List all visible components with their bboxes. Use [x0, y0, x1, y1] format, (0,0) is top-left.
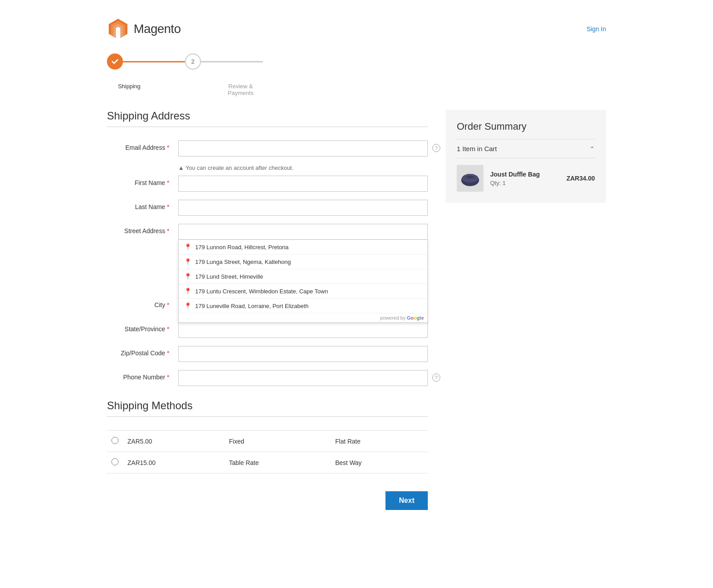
email-row: Email Address * ?: [107, 140, 428, 156]
cart-item-qty: Qty: 1: [490, 180, 560, 186]
first-name-label: First Name *: [107, 176, 178, 186]
autocomplete-item-1[interactable]: 📍 179 Lunnon Road, Hillcrest, Pretoria: [179, 240, 427, 255]
method-carrier-1: Flat Rate: [331, 431, 428, 452]
pin-icon-2: 📍: [184, 258, 192, 265]
phone-label: Phone Number *: [107, 370, 178, 381]
first-name-input[interactable]: [178, 176, 428, 192]
state-input[interactable]: [178, 322, 428, 338]
phone-row: Phone Number * ?: [107, 370, 428, 386]
sidebar: Order Summary 1 Item in Cart ⌃: [446, 110, 606, 510]
shipping-methods-title: Shipping Methods: [107, 399, 428, 412]
street-input-wrap: 📍 179 Lunnon Road, Hillcrest, Pretoria 📍…: [178, 224, 428, 240]
form-section: Shipping Address Email Address * ? ▲ You…: [107, 110, 428, 510]
step2-circle: 2: [185, 53, 201, 70]
order-summary-title: Order Summary: [457, 121, 595, 132]
step1-label: Shipping: [107, 83, 152, 96]
zip-required: *: [167, 350, 169, 357]
phone-input-wrap: ?: [178, 370, 428, 386]
method-name-2: Table Rate: [225, 452, 331, 473]
progress-bar: 2: [107, 53, 263, 70]
state-label: State/Province *: [107, 322, 178, 333]
last-name-input[interactable]: [178, 200, 428, 216]
cart-header[interactable]: 1 Item in Cart ⌃: [457, 139, 595, 158]
magento-logo-icon: [107, 18, 129, 40]
svg-point-3: [467, 175, 474, 178]
last-name-input-wrap: [178, 200, 428, 216]
logo-text: Magento: [134, 22, 180, 36]
main-content: Shipping Address Email Address * ? ▲ You…: [107, 110, 606, 510]
shipping-methods-table: ZAR5.00 Fixed Flat Rate ZAR15.00 Table R…: [107, 430, 428, 473]
shipping-address-title: Shipping Address: [107, 110, 428, 122]
autocomplete-dropdown: 📍 179 Lunnon Road, Hillcrest, Pretoria 📍…: [178, 240, 428, 323]
phone-input[interactable]: [178, 370, 428, 386]
method-radio-2[interactable]: [111, 458, 119, 465]
cart-item-price: ZAR34.00: [566, 175, 595, 182]
section-divider: [107, 127, 428, 127]
cart-item-name: Joust Duffle Bag: [490, 171, 560, 178]
cart-item: Joust Duffle Bag Qty: 1 ZAR34.00: [457, 165, 595, 192]
first-name-input-wrap: [178, 176, 428, 192]
cart-item-image: [457, 165, 484, 192]
phone-required: *: [167, 374, 169, 381]
email-label: Email Address *: [107, 140, 178, 151]
cart-item-count: 1 Item in Cart: [457, 145, 497, 152]
last-name-required: *: [167, 203, 169, 210]
state-required: *: [167, 325, 169, 333]
bag-svg: [459, 167, 481, 189]
pin-icon-4: 📍: [184, 288, 192, 295]
method-row-2: ZAR15.00 Table Rate Best Way: [107, 452, 428, 473]
method-price-2: ZAR15.00: [123, 452, 225, 473]
step1-circle: [107, 53, 123, 70]
zip-input-wrap: [178, 346, 428, 362]
header: Magento Sign In: [107, 9, 606, 53]
methods-divider: [107, 416, 428, 417]
step2-label: Review & Payments: [218, 83, 263, 96]
step-line-2: [201, 61, 263, 62]
pin-icon-1: 📍: [184, 243, 192, 251]
street-row: Street Address * 📍 179 Lunnon Road, Hill…: [107, 224, 428, 240]
email-input[interactable]: [178, 140, 428, 156]
zip-row: Zip/Postal Code *: [107, 346, 428, 362]
pin-icon-3: 📍: [184, 273, 192, 280]
last-name-row: Last Name *: [107, 200, 428, 216]
email-note: ▲ You can create an account after checko…: [178, 164, 428, 171]
sign-in-link[interactable]: Sign In: [586, 25, 606, 33]
cart-item-details: Joust Duffle Bag Qty: 1: [490, 171, 560, 186]
street-input[interactable]: [178, 224, 428, 240]
first-name-row: First Name *: [107, 176, 428, 192]
method-radio-cell-2: [107, 452, 123, 473]
method-row-1: ZAR5.00 Fixed Flat Rate: [107, 431, 428, 452]
state-row: State/Province *: [107, 322, 428, 338]
autocomplete-item-4[interactable]: 📍 179 Luntu Crescent, Wimbledon Estate, …: [179, 284, 427, 299]
zip-label: Zip/Postal Code *: [107, 346, 178, 357]
zip-input[interactable]: [178, 346, 428, 362]
first-name-required: *: [167, 179, 169, 186]
method-name-1: Fixed: [225, 431, 331, 452]
last-name-label: Last Name *: [107, 200, 178, 210]
phone-hint-icon[interactable]: ?: [432, 374, 440, 382]
email-hint-icon[interactable]: ?: [432, 144, 440, 152]
autocomplete-item-3[interactable]: 📍 179 Lund Street, Himeville: [179, 269, 427, 284]
cart-chevron-icon: ⌃: [590, 145, 595, 152]
city-required: *: [167, 301, 169, 308]
state-input-wrap: [178, 322, 428, 338]
street-required: *: [167, 227, 169, 234]
method-price-1: ZAR5.00: [123, 431, 225, 452]
steps-labels: Shipping Review & Payments: [107, 83, 263, 96]
order-summary: Order Summary 1 Item in Cart ⌃: [446, 110, 606, 203]
next-button-wrap: Next: [107, 482, 428, 510]
method-radio-1[interactable]: [111, 437, 119, 444]
street-label: Street Address *: [107, 224, 178, 234]
next-button[interactable]: Next: [385, 491, 428, 510]
step-line-1: [123, 61, 185, 62]
powered-by-google: powered by Google: [179, 313, 427, 322]
pin-icon-5: 📍: [184, 302, 192, 309]
autocomplete-item-5[interactable]: 📍 179 Luneville Road, Lorraine, Port Eli…: [179, 299, 427, 313]
logo: Magento: [107, 18, 180, 40]
autocomplete-item-2[interactable]: 📍 179 Lunga Street, Ngema, Katlehong: [179, 255, 427, 269]
email-input-wrap: ?: [178, 140, 428, 156]
method-radio-cell-1: [107, 431, 123, 452]
city-label: City *: [107, 298, 178, 308]
email-required: *: [167, 144, 169, 151]
method-carrier-2: Best Way: [331, 452, 428, 473]
